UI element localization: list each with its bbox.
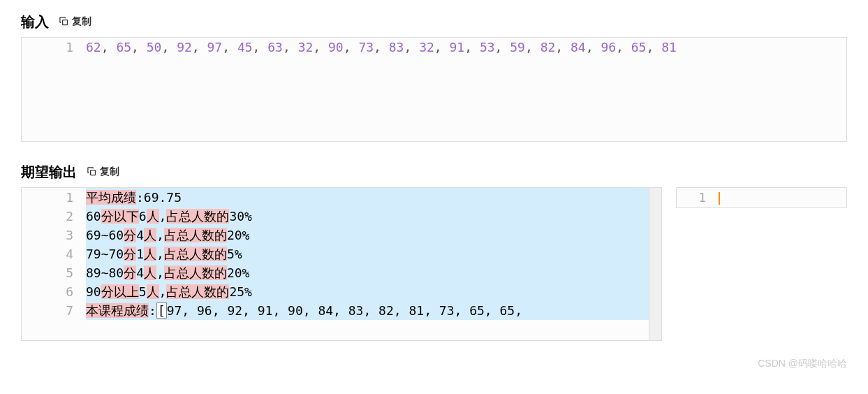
copy-expected-label: 复制 [100, 166, 119, 178]
line-number: 1 [22, 38, 86, 57]
copy-expected-button[interactable]: 复制 [87, 166, 119, 178]
output-line-content: 79~70分1人,占总人数的5% [86, 245, 661, 263]
copy-input-button[interactable]: 复制 [59, 15, 91, 28]
input-header: 输入 复制 [21, 13, 847, 31]
svg-rect-0 [63, 20, 68, 25]
copy-icon [59, 16, 69, 27]
input-line-content: 62, 65, 50, 92, 97, 45, 63, 32, 90, 73, … [86, 38, 846, 57]
output-line-content: 平均成绩:69.75 [86, 188, 661, 207]
code-row: 690分以上5人,占总人数的25% [22, 282, 661, 301]
code-row: 369~60分4人,占总人数的20% [22, 226, 661, 245]
output-right-panel: 1 [676, 187, 847, 208]
right-line-content [719, 188, 846, 207]
line-number: 5 [22, 263, 86, 282]
line-number: 1 [22, 188, 86, 207]
code-row: 479~70分1人,占总人数的5% [22, 245, 661, 263]
code-row: 260分以下6人,占总人数的30% [22, 207, 661, 226]
watermark: CSDN @码喽哈哈哈 [758, 358, 847, 370]
line-number: 7 [22, 301, 86, 320]
output-line-content: 60分以下6人,占总人数的30% [86, 207, 661, 226]
line-number: 2 [22, 207, 86, 226]
code-row: 7本课程成绩:[97, 96, 92, 91, 90, 84, 83, 82, … [22, 301, 661, 320]
expected-code-area[interactable]: 1平均成绩:69.75260分以下6人,占总人数的30%369~60分4人,占总… [21, 187, 662, 341]
right-code-area[interactable]: 1 [676, 187, 847, 208]
expected-output-section: 期望输出 复制 1平均成绩:69.75260分以下6人,占总人数的30%369~… [21, 163, 847, 341]
output-line-content: 69~60分4人,占总人数的20% [86, 226, 661, 245]
code-row: 1平均成绩:69.75 [22, 188, 661, 207]
input-section: 输入 复制 1 62, 65, 50, 92, 97, 45, 63, 32, … [21, 13, 847, 142]
vertical-scrollbar[interactable] [649, 188, 661, 340]
copy-input-label: 复制 [72, 15, 91, 28]
input-code-area[interactable]: 1 62, 65, 50, 92, 97, 45, 63, 32, 90, 73… [21, 37, 847, 142]
line-number: 1 [677, 188, 719, 207]
line-number: 4 [22, 245, 86, 263]
svg-rect-1 [91, 170, 96, 175]
expected-title: 期望输出 [21, 163, 77, 182]
input-title: 输入 [21, 13, 49, 31]
expected-header: 期望输出 复制 [21, 163, 847, 182]
output-line-content: 89~80分4人,占总人数的20% [86, 263, 661, 282]
line-number: 3 [22, 226, 86, 245]
code-row: 1 62, 65, 50, 92, 97, 45, 63, 32, 90, 73… [22, 38, 846, 57]
output-line-content: 本课程成绩:[97, 96, 92, 91, 90, 84, 83, 82, 8… [86, 301, 661, 320]
cursor-icon [719, 192, 720, 205]
code-row: 589~80分4人,占总人数的20% [22, 263, 661, 282]
output-left: 1平均成绩:69.75260分以下6人,占总人数的30%369~60分4人,占总… [21, 187, 662, 341]
copy-icon [87, 166, 97, 177]
output-line-content: 90分以上5人,占总人数的25% [86, 282, 661, 301]
line-number: 6 [22, 282, 86, 301]
code-row: 1 [677, 188, 846, 207]
output-container: 1平均成绩:69.75260分以下6人,占总人数的30%369~60分4人,占总… [21, 187, 847, 341]
